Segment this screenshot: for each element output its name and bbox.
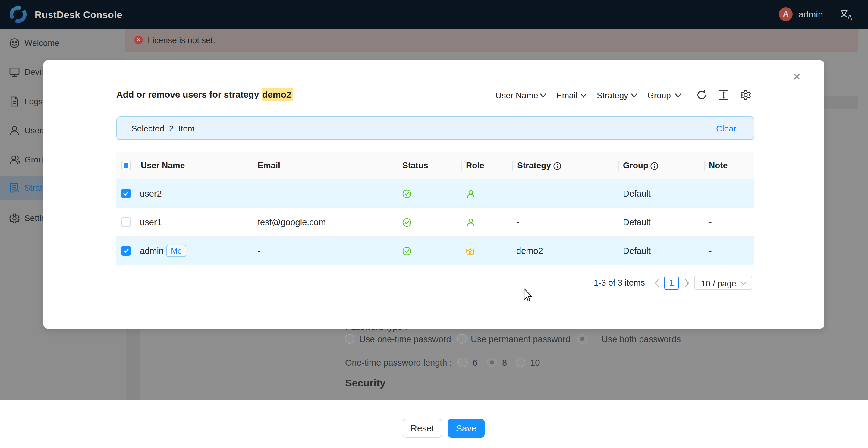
svg-text:A: A: [847, 13, 852, 21]
